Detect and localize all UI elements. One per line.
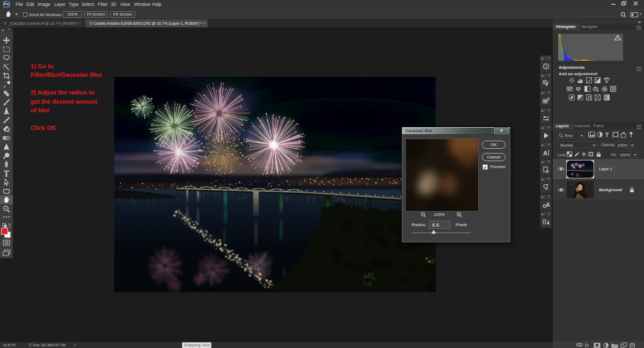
svg-text:A: A — [543, 150, 547, 156]
svg-text:fx: fx — [585, 343, 589, 347]
svg-text:5: 5 — [546, 169, 549, 173]
svg-text:A: A — [546, 202, 550, 208]
svg-text:T: T — [605, 132, 609, 137]
